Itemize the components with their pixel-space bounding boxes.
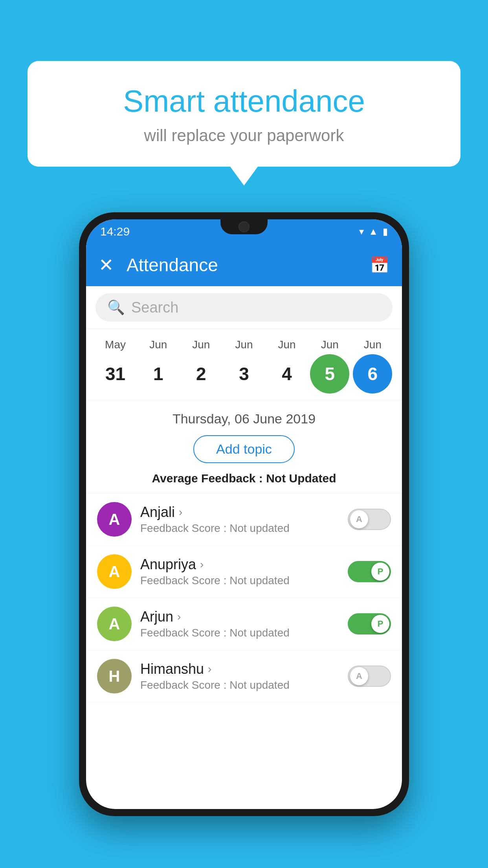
chevron-icon: › — [200, 558, 204, 571]
month-jun-5: Jun — [310, 338, 349, 351]
status-icons: ▾ ▲ ▮ — [359, 226, 388, 237]
search-bar[interactable]: 🔍 Search — [95, 293, 393, 322]
date-3[interactable]: 3 — [224, 354, 264, 394]
student-name-2[interactable]: Arjun › — [140, 609, 339, 625]
search-icon: 🔍 — [107, 299, 125, 316]
close-button[interactable]: ✕ — [99, 254, 114, 276]
add-topic-button[interactable]: Add topic — [193, 435, 295, 463]
month-jun-1: Jun — [139, 338, 178, 351]
search-placeholder: Search — [131, 299, 178, 316]
phone-outer: 14:29 ▾ ▲ ▮ ✕ Attendance 📅 🔍 Search — [79, 212, 409, 816]
student-row: A Anupriya › Feedback Score : Not update… — [86, 546, 402, 598]
speech-bubble: Smart attendance will replace your paper… — [28, 61, 460, 167]
battery-icon: ▮ — [383, 226, 388, 237]
students-list: A Anjali › Feedback Score : Not updated … — [86, 493, 402, 702]
month-jun-6: Jun — [353, 338, 392, 351]
student-info-3: Himanshu › Feedback Score : Not updated — [140, 661, 339, 691]
avg-feedback-label: Average Feedback : — [152, 472, 266, 485]
student-name-3[interactable]: Himanshu › — [140, 661, 339, 677]
signal-icon: ▲ — [369, 226, 378, 237]
date-5-selected[interactable]: 5 — [310, 354, 349, 394]
wifi-icon: ▾ — [359, 226, 364, 237]
student-info-0: Anjali › Feedback Score : Not updated — [140, 504, 339, 535]
date-row: 31 1 2 3 4 5 6 — [94, 354, 394, 394]
date-1[interactable]: 1 — [139, 354, 178, 394]
calendar-section: May Jun Jun Jun Jun Jun Jun 31 1 2 3 4 5… — [86, 329, 402, 400]
date-6-today[interactable]: 6 — [353, 354, 392, 394]
student-avatar-3: H — [97, 659, 132, 693]
selected-date-label: Thursday, 06 June 2019 — [95, 411, 393, 427]
feedback-score-3: Feedback Score : Not updated — [140, 679, 339, 691]
date-2[interactable]: 2 — [182, 354, 221, 394]
attendance-toggle-0[interactable]: A — [348, 509, 391, 530]
phone-notch — [220, 219, 268, 234]
status-time: 14:29 — [100, 225, 130, 238]
student-avatar-1: A — [97, 554, 132, 589]
calendar-icon[interactable]: 📅 — [370, 256, 389, 274]
student-name-1[interactable]: Anupriya › — [140, 556, 339, 573]
search-container: 🔍 Search — [86, 286, 402, 329]
student-row: H Himanshu › Feedback Score : Not update… — [86, 650, 402, 702]
student-row: A Anjali › Feedback Score : Not updated … — [86, 493, 402, 546]
speech-bubble-container: Smart attendance will replace your paper… — [28, 61, 460, 167]
date-4[interactable]: 4 — [267, 354, 306, 394]
month-jun-4: Jun — [267, 338, 306, 351]
phone-camera — [238, 221, 250, 232]
student-info-1: Anupriya › Feedback Score : Not updated — [140, 556, 339, 587]
date-31[interactable]: 31 — [96, 354, 135, 394]
attendance-toggle-3[interactable]: A — [348, 666, 391, 687]
chevron-icon: › — [179, 506, 182, 519]
attendance-toggle-1[interactable]: P — [348, 561, 391, 582]
student-info-2: Arjun › Feedback Score : Not updated — [140, 609, 339, 639]
app-bar: ✕ Attendance 📅 — [86, 244, 402, 286]
app-bar-title: Attendance — [127, 254, 357, 276]
avg-feedback: Average Feedback : Not Updated — [95, 472, 393, 485]
student-name-0[interactable]: Anjali › — [140, 504, 339, 520]
month-jun-2: Jun — [182, 338, 221, 351]
feedback-score-2: Feedback Score : Not updated — [140, 627, 339, 639]
phone-wrapper: 14:29 ▾ ▲ ▮ ✕ Attendance 📅 🔍 Search — [79, 212, 409, 816]
date-info-section: Thursday, 06 June 2019 Add topic Average… — [86, 400, 402, 493]
month-row: May Jun Jun Jun Jun Jun Jun — [94, 338, 394, 351]
feedback-score-1: Feedback Score : Not updated — [140, 574, 339, 587]
phone-screen: 14:29 ▾ ▲ ▮ ✕ Attendance 📅 🔍 Search — [86, 219, 402, 809]
feedback-score-0: Feedback Score : Not updated — [140, 522, 339, 535]
student-row: A Arjun › Feedback Score : Not updated P — [86, 598, 402, 650]
attendance-toggle-2[interactable]: P — [348, 613, 391, 634]
avg-feedback-value: Not Updated — [266, 472, 336, 485]
month-jun-3: Jun — [224, 338, 264, 351]
speech-bubble-title: Smart attendance — [55, 85, 433, 118]
student-avatar-0: A — [97, 502, 132, 537]
speech-bubble-subtitle: will replace your paperwork — [55, 126, 433, 145]
chevron-icon: › — [177, 611, 181, 623]
chevron-icon: › — [208, 663, 211, 675]
student-avatar-2: A — [97, 607, 132, 641]
month-may: May — [96, 338, 135, 351]
